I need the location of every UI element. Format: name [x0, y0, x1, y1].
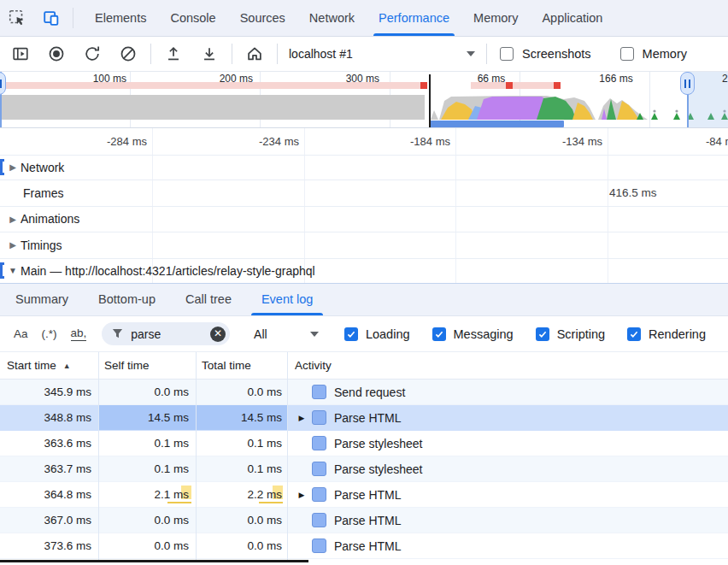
checkbox-checked[interactable] — [536, 327, 549, 341]
tab-sources[interactable]: Sources — [238, 0, 287, 36]
horizontal-scrollbar[interactable] — [0, 560, 308, 562]
tab-console[interactable]: Console — [168, 0, 217, 36]
header-activity[interactable]: Activity — [287, 359, 728, 372]
timeline-tracks[interactable]: -284 ms -234 ms -184 ms -134 ms -84 ms ▶… — [0, 128, 728, 283]
filter-input-value[interactable]: parse — [131, 327, 210, 341]
tab-summary[interactable]: Summary — [14, 284, 70, 315]
expand-arrow-icon[interactable]: ▶ — [5, 162, 21, 172]
reload-record-button[interactable] — [82, 44, 103, 64]
navigation-boundary-line — [429, 74, 431, 127]
rendering-checkbox[interactable]: Rendering — [627, 327, 706, 341]
table-row[interactable]: 363.7 ms 0.1 ms 0.1 ms Parse stylesheet — [0, 456, 728, 482]
inspect-element-icon[interactable] — [7, 8, 27, 28]
timeline-ruler-label: -284 ms — [107, 135, 147, 148]
tab-event-log[interactable]: Event log — [260, 284, 314, 315]
checkbox-checked[interactable] — [432, 327, 446, 341]
whole-word-button[interactable]: ab, — [71, 327, 87, 341]
table-row[interactable]: 373.6 ms 0.0 ms 0.0 ms Parse HTML — [0, 533, 728, 559]
expand-arrow-icon[interactable]: ▶ — [295, 414, 308, 422]
filter-funnel-icon — [112, 328, 123, 339]
screenshots-checkbox[interactable]: Screenshots — [500, 47, 612, 61]
tab-call-tree[interactable]: Call tree — [184, 284, 233, 315]
column-divider[interactable] — [196, 352, 197, 562]
table-row[interactable]: 345.9 ms 0.0 ms 0.0 ms Send request — [0, 380, 728, 405]
window-left-handle[interactable] — [0, 72, 6, 95]
memory-checkbox[interactable]: Memory — [620, 47, 707, 61]
track-timings[interactable]: ▶ Timings — [0, 232, 728, 258]
table-row-selected[interactable]: 348.8 ms 14.5 ms 14.5 ms ▶Parse HTML — [0, 405, 728, 431]
duration-filter-select[interactable]: All — [254, 327, 319, 341]
table-row[interactable]: 367.0 ms 0.0 ms 0.0 ms Parse HTML — [0, 508, 728, 533]
header-start-time[interactable]: Start time ▲ — [0, 359, 98, 372]
panel-tabs: Elements Console Sources Network Perform… — [83, 0, 614, 36]
upload-profile-icon[interactable] — [163, 44, 184, 64]
checkbox-unchecked[interactable] — [620, 47, 634, 61]
filter-input[interactable]: parse ✕ — [102, 322, 230, 345]
activity-color-icon — [312, 513, 326, 527]
checkbox-checked[interactable] — [627, 327, 641, 341]
clear-button[interactable] — [118, 44, 138, 64]
frame-duration-label: 416.5 ms — [609, 186, 657, 199]
overview-ruler-label: 200 ms — [220, 73, 253, 85]
tab-memory[interactable]: Memory — [472, 0, 520, 36]
match-case-button[interactable]: Aa — [14, 327, 28, 340]
tab-application[interactable]: Application — [540, 0, 604, 36]
network-overview-band — [0, 120, 728, 128]
clear-filter-icon[interactable]: ✕ — [210, 327, 226, 342]
chevron-down-icon — [467, 51, 475, 56]
details-tabbar: Summary Bottom-up Call tree Event log — [0, 284, 728, 316]
duration-filter-value: All — [254, 327, 267, 341]
record-button[interactable] — [46, 44, 67, 64]
tab-performance[interactable]: Performance — [377, 0, 451, 36]
tab-network[interactable]: Network — [308, 0, 356, 36]
devtools-window: Elements Console Sources Network Perform… — [0, 0, 728, 565]
checkbox-checked[interactable] — [344, 327, 358, 341]
scripting-checkbox[interactable]: Scripting — [536, 327, 605, 341]
header-total-time[interactable]: Total time — [196, 359, 287, 372]
activity-color-icon — [312, 385, 326, 399]
long-task-marker — [554, 82, 561, 89]
expand-arrow-icon[interactable]: ▶ — [5, 240, 21, 250]
timeline-overview[interactable]: 100 ms 200 ms 300 ms 66 ms 166 ms 2 — [0, 72, 728, 128]
checkbox-unchecked[interactable] — [500, 47, 514, 61]
category-filters: Loading Messaging Scripting Rendering — [344, 327, 728, 341]
expand-arrow-icon[interactable]: ▶ — [5, 215, 21, 224]
details-panel: Summary Bottom-up Call tree Event log Aa… — [0, 283, 728, 565]
memory-label: Memory — [643, 47, 687, 61]
screenshots-label: Screenshots — [522, 47, 591, 61]
table-header: Start time ▲ Self time Total time Activi… — [0, 352, 728, 380]
download-profile-icon[interactable] — [199, 44, 220, 64]
messaging-checkbox[interactable]: Messaging — [432, 327, 514, 341]
header-self-time[interactable]: Self time — [98, 359, 196, 372]
table-row[interactable]: 364.8 ms 2.1 ms 2.2 ms ▶Parse HTML — [0, 482, 728, 508]
collapse-arrow-icon[interactable]: ▼ — [5, 266, 21, 275]
loading-checkbox[interactable]: Loading — [344, 327, 410, 341]
devtools-tabbar: Elements Console Sources Network Perform… — [0, 0, 728, 37]
regex-button[interactable]: (.*) — [42, 327, 57, 340]
window-right-handle[interactable] — [680, 72, 695, 95]
performance-toolbar: localhost #1 Screenshots Memory — [0, 37, 728, 72]
track-network[interactable]: ▶ Network — [0, 155, 728, 180]
track-animations[interactable]: ▶ Animations — [0, 206, 728, 232]
track-frames[interactable]: Frames 416.5 ms — [0, 180, 728, 206]
tab-bottom-up[interactable]: Bottom-up — [97, 284, 157, 315]
table-row[interactable]: 363.6 ms 0.1 ms 0.1 ms Parse stylesheet — [0, 431, 728, 456]
event-log-toolbar: Aa (.*) ab, parse ✕ All Loading — [0, 316, 728, 352]
column-divider[interactable] — [98, 352, 99, 562]
timeline-ruler-label: -84 ms — [706, 135, 728, 148]
overview-ruler-label: 300 ms — [346, 73, 379, 85]
tab-elements[interactable]: Elements — [93, 0, 148, 36]
toggle-sidebar-icon[interactable] — [10, 44, 31, 64]
task-strip — [513, 82, 554, 89]
home-icon[interactable] — [244, 44, 265, 64]
column-divider[interactable] — [287, 352, 288, 562]
chevron-down-icon — [310, 332, 319, 337]
timeline-ruler-label: -234 ms — [259, 135, 299, 148]
track-main[interactable]: ▼ Main — http://localhost:4321/articles/… — [0, 258, 728, 283]
sort-ascending-icon: ▲ — [63, 362, 71, 370]
activity-color-icon — [312, 436, 326, 450]
device-toolbar-icon[interactable] — [41, 8, 62, 28]
expand-arrow-icon[interactable]: ▶ — [295, 491, 308, 499]
track-selection-bracket — [0, 159, 4, 175]
target-select[interactable]: localhost #1 — [289, 47, 475, 61]
